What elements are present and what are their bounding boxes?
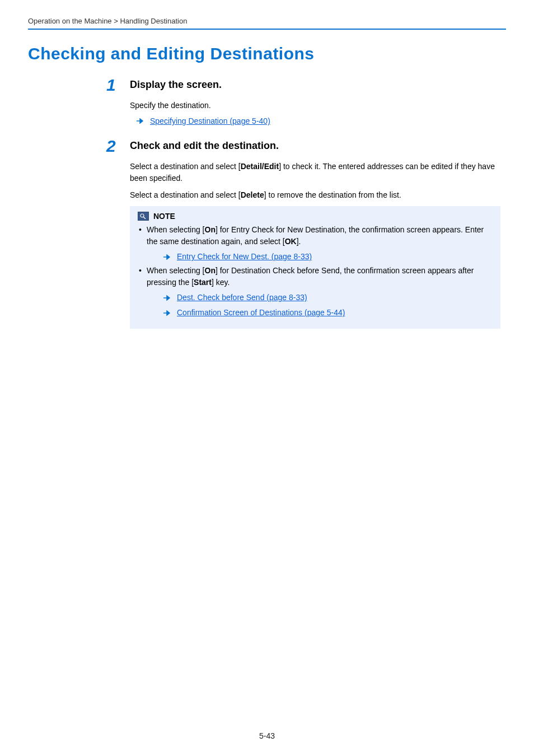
- step-1: 1 Display the screen. Specify the destin…: [28, 79, 506, 128]
- breadcrumb: Operation on the Machine > Handling Dest…: [28, 17, 506, 29]
- step-1-number: 1: [106, 77, 130, 94]
- svg-point-0: [140, 214, 144, 217]
- note-box: NOTE When selecting [On] for Entry Check…: [130, 206, 500, 329]
- link-specifying-destination[interactable]: Specifying Destination (page 5-40): [150, 116, 270, 125]
- header-divider: [28, 29, 506, 30]
- step-2-title: Check and edit the destination.: [130, 140, 500, 152]
- link-dest-check-before-send[interactable]: Dest. Check before Send (page 8-33): [177, 292, 307, 304]
- arrow-right-icon: [163, 254, 171, 260]
- page-title: Checking and Editing Destinations: [28, 44, 506, 63]
- link-confirmation-screen-destinations[interactable]: Confirmation Screen of Destinations (pag…: [177, 307, 345, 319]
- arrow-right-icon: [137, 118, 144, 124]
- arrow-right-icon: [163, 310, 171, 316]
- page-number: 5-43: [0, 731, 534, 740]
- step-2-para-2: Select a destination and select [Delete]…: [130, 189, 500, 200]
- note-item-1: When selecting [On] for Entry Check for …: [139, 224, 493, 263]
- note-icon: [138, 212, 149, 221]
- arrow-right-icon: [163, 295, 171, 301]
- step-1-title: Display the screen.: [130, 79, 500, 91]
- step-2: 2 Check and edit the destination. Select…: [28, 140, 506, 329]
- link-entry-check-new-dest[interactable]: Entry Check for New Dest. (page 8-33): [177, 251, 312, 263]
- step-2-para-1: Select a destination and select [Detail/…: [130, 161, 500, 184]
- step-1-text: Specify the destination.: [130, 100, 500, 111]
- step-2-number: 2: [106, 138, 130, 155]
- svg-line-1: [143, 217, 146, 219]
- note-label: NOTE: [153, 212, 175, 221]
- note-item-2: When selecting [On] for Destination Chec…: [139, 265, 493, 319]
